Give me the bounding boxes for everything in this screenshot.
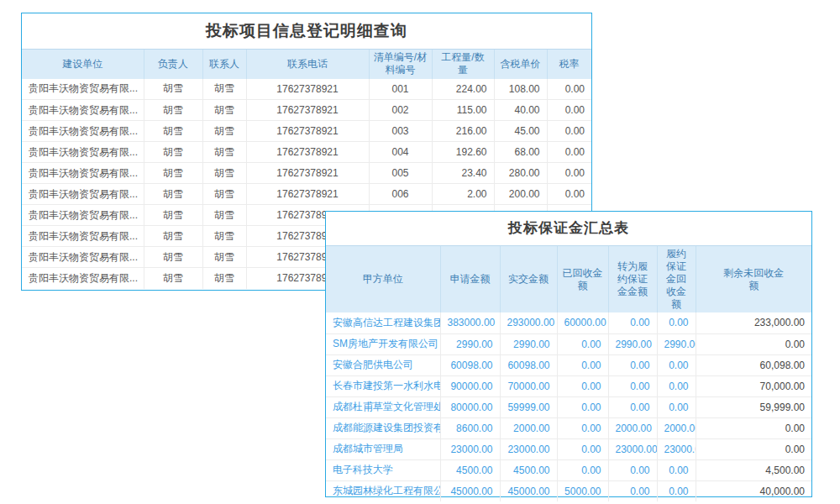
table-cell: 40,000.00: [696, 480, 811, 501]
table-cell: 胡雪: [144, 142, 202, 163]
table-cell: 4500.00: [440, 459, 500, 480]
bid-deposit-summary-panel: 投标保证金汇总表 甲方单位申请金额实交金额已回收金额转为履约保证金金额履约保证金…: [325, 211, 812, 497]
company-link-cell[interactable]: 成都杜甫草堂文化管理处: [326, 396, 440, 417]
table-cell: 0.00: [557, 333, 608, 354]
table-cell: 4500.00: [500, 459, 557, 480]
company-link-cell[interactable]: 安徽合肥供电公司: [326, 354, 440, 375]
table-cell: 胡雪: [202, 121, 246, 142]
table-cell: 5000.00: [557, 480, 608, 501]
column-header-label: 联系人: [209, 58, 239, 71]
table-cell: 胡雪: [144, 163, 202, 184]
table-cell: 贵阳丰沃物资贸易有限...: [22, 79, 144, 100]
table-cell: 0.00: [557, 459, 608, 480]
table-cell: 0.00: [608, 480, 657, 501]
table-cell: 2990.00: [657, 333, 696, 354]
company-link-cell[interactable]: 长春市建投第一水利水电建设: [326, 375, 440, 396]
table-cell: 胡雪: [202, 184, 246, 205]
table-cell: 17627378921: [246, 163, 369, 184]
table-cell: 2990.00: [500, 333, 557, 354]
table-cell: 60098.00: [500, 354, 557, 375]
table-cell: 0.00: [557, 396, 608, 417]
table-cell: 0.00: [696, 438, 811, 459]
table-cell: 004: [369, 142, 432, 163]
column-header-label: 含税单价: [501, 58, 541, 71]
table-cell: 胡雪: [144, 79, 202, 100]
table-cell: 胡雪: [202, 268, 246, 289]
table-cell: 70,000.00: [696, 375, 811, 396]
company-link-cell[interactable]: 安徽高信达工程建设集团公司: [326, 312, 440, 333]
table-cell: 贵阳丰沃物资贸易有限...: [22, 142, 144, 163]
table-cell: 贵阳丰沃物资贸易有限...: [22, 226, 144, 247]
column-header: 建设单位: [22, 50, 144, 79]
table-cell: 胡雪: [202, 100, 246, 121]
company-link-cell[interactable]: 电子科技大学: [326, 459, 440, 480]
table-cell: 2000.00: [657, 417, 696, 438]
table-cell: 60098.00: [440, 354, 500, 375]
table-cell: 40.00: [494, 100, 547, 121]
table-cell: 002: [369, 100, 432, 121]
table-cell: 贵阳丰沃物资贸易有限...: [22, 100, 144, 121]
table-cell: 001: [369, 79, 432, 100]
table-cell: 17627378921: [246, 184, 369, 205]
table-cell: 贵阳丰沃物资贸易有限...: [22, 163, 144, 184]
table-cell: 胡雪: [202, 163, 246, 184]
table-cell: 60,098.00: [696, 354, 811, 375]
table-cell: 0.00: [557, 354, 608, 375]
table-cell: 贵阳丰沃物资贸易有限...: [22, 268, 144, 289]
table-row: 贵阳丰沃物资贸易有限...胡雪胡雪17627378921003216.0045.…: [22, 121, 591, 142]
column-header: 联系电话: [246, 50, 369, 79]
column-header: 负责人: [144, 50, 202, 79]
table-cell: 17627378921: [246, 142, 369, 163]
table-cell: 0.00: [557, 417, 608, 438]
bid-deposit-summary-title: 投标保证金汇总表: [326, 212, 811, 245]
table-cell: 23000.00: [608, 438, 657, 459]
column-header-label: 实交金额: [508, 273, 549, 286]
table-cell: 胡雪: [202, 79, 246, 100]
table-cell: 192.60: [432, 142, 494, 163]
table-row: 贵阳丰沃物资贸易有限...胡雪胡雪17627378921002115.0040.…: [22, 100, 591, 121]
table-cell: 2990.00: [440, 333, 500, 354]
column-header: 转为履约保证金金额: [608, 246, 657, 313]
table-cell: 2000.00: [500, 417, 557, 438]
column-header: 税率: [547, 50, 591, 79]
column-header-label: 已回收金额: [562, 267, 604, 292]
table-cell: 17627378921: [246, 79, 369, 100]
company-link-cell[interactable]: SM房地产开发有限公司: [326, 333, 440, 354]
column-header-label: 税率: [559, 58, 580, 71]
table-row: 贵阳丰沃物资贸易有限...胡雪胡雪1762737892100523.40280.…: [22, 163, 591, 184]
table-cell: 8600.00: [440, 417, 500, 438]
table-cell: 45000.00: [440, 480, 500, 501]
table-cell: 115.00: [432, 100, 494, 121]
table-cell: 0.00: [547, 79, 591, 100]
table-cell: 70000.00: [500, 375, 557, 396]
table-cell: 0.00: [608, 312, 657, 333]
table-row: 电子科技大学4500.004500.000.000.000.004,500.00: [326, 459, 811, 480]
table-cell: 0.00: [608, 354, 657, 375]
table-cell: 233,000.00: [696, 312, 811, 333]
table-cell: 59999.00: [500, 396, 557, 417]
table-row: 东城园林绿化工程有限公司45000.0045000.005000.000.000…: [326, 480, 811, 501]
table-row: 长春市建投第一水利水电建设90000.0070000.000.000.000.0…: [326, 375, 811, 396]
column-header-label: 转为履约保证金金额: [613, 260, 653, 298]
table-cell: 59,999.00: [696, 396, 811, 417]
company-link-cell[interactable]: 东城园林绿化工程有限公司: [326, 480, 440, 501]
column-header-label: 履约保证金回收金额: [665, 248, 687, 311]
column-header-label: 建设单位: [62, 58, 102, 71]
table-cell: 0.00: [608, 375, 657, 396]
table-cell: 贵阳丰沃物资贸易有限...: [22, 184, 144, 205]
table-cell: 23000.0: [657, 438, 696, 459]
table-cell: 胡雪: [144, 121, 202, 142]
table-cell: 0.00: [657, 459, 696, 480]
table-cell: 0.00: [547, 163, 591, 184]
table-cell: 贵阳丰沃物资贸易有限...: [22, 205, 144, 226]
table-cell: 005: [369, 163, 432, 184]
company-link-cell[interactable]: 成都能源建设集团投资有限公: [326, 417, 440, 438]
company-link-cell[interactable]: 成都城市管理局: [326, 438, 440, 459]
table-cell: 0.00: [657, 375, 696, 396]
page: { "colors": { "panel_border": "#29aae3",…: [0, 0, 840, 504]
table-cell: 0.00: [608, 459, 657, 480]
table-cell: 0.00: [696, 333, 811, 354]
table-cell: 胡雪: [202, 142, 246, 163]
table-cell: 200.00: [494, 184, 547, 205]
column-header-label: 工程量/数量: [438, 51, 487, 76]
